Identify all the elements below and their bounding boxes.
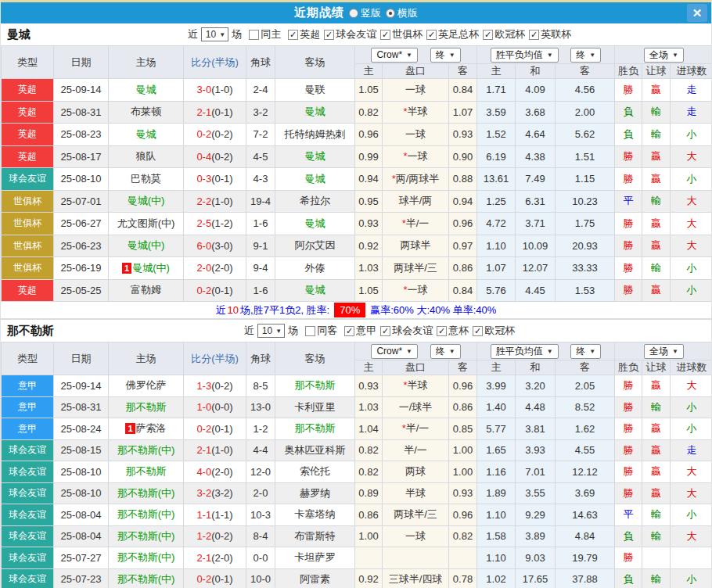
result-goals bbox=[671, 547, 712, 569]
league-checkbox-欧冠杯[interactable]: ✓欧冠杯 bbox=[483, 27, 525, 41]
summary-record: 场,胜7平1负2, 胜率: bbox=[240, 303, 329, 317]
handicap-line-text: 两球半/三 bbox=[394, 508, 437, 520]
result-goals: 小 bbox=[671, 568, 712, 588]
odds-home: 1.52 bbox=[477, 124, 516, 146]
layout-radio-vertical[interactable]: 竖版 bbox=[349, 6, 381, 20]
radio-selected-icon[interactable] bbox=[386, 9, 395, 18]
checkbox-checked-icon[interactable]: ✓ bbox=[473, 326, 483, 336]
result-group-header: 全场▼ bbox=[615, 46, 712, 64]
home-team-name: 那不勒斯(中) bbox=[117, 530, 175, 542]
home-team-name: 曼城 bbox=[136, 84, 156, 95]
result-handicap: 贏 bbox=[642, 439, 671, 461]
result-winloss: 平 bbox=[615, 190, 642, 213]
same-home-checkbox[interactable]: 同主 bbox=[249, 27, 281, 41]
same-away-checkbox[interactable]: 同客 bbox=[305, 324, 337, 338]
bookmaker-select[interactable]: Crow*▼ bbox=[371, 48, 418, 63]
handicap-home-odds: 0.82 bbox=[355, 461, 383, 483]
league-checkbox-英足总杯[interactable]: ✓英足总杯 bbox=[426, 27, 479, 41]
col-score[interactable]: 比分(半场) bbox=[184, 342, 246, 375]
handicap-line: 两球半/三 bbox=[383, 504, 449, 526]
odds-avg-select[interactable]: 胜平负均值▼ bbox=[491, 344, 559, 359]
checkbox-unchecked-icon[interactable] bbox=[249, 30, 259, 40]
match-row: 英超25-08-31布莱顿2-1(0-1)3-2曼城0.82*半球1.073.5… bbox=[2, 101, 712, 124]
fulltime-score: 0-2 bbox=[196, 423, 211, 435]
checkbox-unchecked-icon[interactable] bbox=[305, 326, 315, 336]
checkbox-checked-icon[interactable]: ✓ bbox=[380, 30, 390, 40]
corner-count: 10-3 bbox=[246, 504, 275, 526]
league-checkbox-意杯[interactable]: ✓意杯 bbox=[437, 324, 469, 338]
match-date: 25-08-15 bbox=[54, 439, 109, 461]
score: 2-1(1-0) bbox=[184, 439, 246, 461]
handicap-group-header: Crow*▼ 终▼ bbox=[355, 46, 477, 64]
handicap-home-odds: 0.82 bbox=[355, 439, 383, 461]
handicap-stage-select[interactable]: 终▼ bbox=[430, 344, 461, 359]
away-team: 曼城 bbox=[275, 168, 355, 191]
league-label: 意甲 bbox=[356, 324, 376, 338]
league-checkbox-球会友谊[interactable]: ✓球会友谊 bbox=[380, 324, 433, 338]
near-label: 近 bbox=[188, 27, 198, 41]
odds-away: 1.15 bbox=[556, 168, 615, 191]
col-score[interactable]: 比分(半场) bbox=[184, 46, 246, 79]
away-team: 曼城 bbox=[275, 145, 355, 168]
recent-count-select[interactable]: 10 ▼ bbox=[257, 324, 285, 338]
chevron-down-icon: ▼ bbox=[547, 52, 553, 59]
league-label: 意杯 bbox=[448, 324, 469, 338]
checkbox-checked-icon[interactable]: ✓ bbox=[426, 30, 437, 40]
scope-select[interactable]: 全场▼ bbox=[644, 344, 684, 359]
fulltime-score: 2-1 bbox=[196, 106, 211, 118]
handicap-stage-select[interactable]: 终▼ bbox=[430, 48, 461, 63]
odds-away: 2.00 bbox=[556, 101, 615, 124]
recent-results-window: 近期战绩 竖版 横版 ✕ 曼城 近 10 ▼ 场 同主 ✓英超 bbox=[0, 0, 712, 588]
match-type-badge: 意甲 bbox=[2, 375, 54, 397]
odds-away: 1.53 bbox=[556, 279, 615, 302]
recent-count-select[interactable]: 10 ▼ bbox=[201, 27, 228, 41]
odds-stage-select[interactable]: 终▼ bbox=[570, 344, 601, 359]
match-type-badge: 意甲 bbox=[2, 396, 54, 418]
scope-select[interactable]: 全场▼ bbox=[644, 48, 684, 63]
result-winloss: 勝 bbox=[615, 79, 642, 102]
result-handicap: 輸 bbox=[642, 504, 671, 526]
home-team: 那不勒斯 bbox=[109, 396, 184, 418]
result-winloss: 勝 bbox=[615, 375, 642, 397]
close-button[interactable]: ✕ bbox=[687, 4, 707, 22]
odds-away: 14.63 bbox=[556, 504, 615, 526]
handicap-line: 球半/两 bbox=[383, 190, 449, 213]
league-checkbox-意甲[interactable]: ✓意甲 bbox=[344, 324, 376, 338]
corner-count: 0-0 bbox=[246, 547, 275, 569]
odds-away: 10.23 bbox=[556, 190, 615, 213]
checkbox-checked-icon[interactable]: ✓ bbox=[437, 326, 447, 336]
halftime-score: (2-0) bbox=[211, 466, 232, 478]
checkbox-checked-icon[interactable]: ✓ bbox=[288, 30, 298, 40]
odds-home: 13.61 bbox=[477, 168, 516, 191]
league-checkbox-球会友谊[interactable]: ✓球会友谊 bbox=[324, 27, 376, 41]
league-checkbox-英超[interactable]: ✓英超 bbox=[288, 27, 320, 41]
league-checkbox-欧冠杯[interactable]: ✓欧冠杯 bbox=[473, 324, 515, 338]
handicap-home-odds: 1.05 bbox=[355, 79, 383, 102]
layout-radio-horizontal[interactable]: 横版 bbox=[386, 6, 418, 20]
checkbox-checked-icon[interactable]: ✓ bbox=[344, 326, 354, 336]
league-label: 欧冠杯 bbox=[494, 27, 525, 41]
halftime-score: (0-1) bbox=[211, 106, 232, 118]
fulltime-score: 2-5 bbox=[196, 217, 211, 229]
checkbox-checked-icon[interactable]: ✓ bbox=[380, 326, 390, 336]
radio-unselected-icon[interactable] bbox=[349, 9, 358, 18]
league-filters: ✓英超✓球会友谊✓世俱杯✓英足总杯✓欧冠杯✓英联杯 bbox=[284, 27, 571, 41]
bookmaker-select[interactable]: Crow*▼ bbox=[371, 344, 418, 359]
handicap-stage-value: 终 bbox=[436, 48, 445, 62]
handicap-home-odds: 1.03 bbox=[355, 257, 383, 280]
league-checkbox-英联杯[interactable]: ✓英联杯 bbox=[529, 27, 571, 41]
odds-away: 5.62 bbox=[556, 124, 615, 146]
odds-stage-select[interactable]: 终▼ bbox=[570, 48, 601, 63]
score: 1-0(0-0) bbox=[184, 396, 246, 418]
odds-avg-select[interactable]: 胜平负均值▼ bbox=[491, 48, 559, 63]
handicap-line: *半球 bbox=[383, 375, 449, 397]
league-checkbox-世俱杯[interactable]: ✓世俱杯 bbox=[380, 27, 423, 41]
match-type-badge: 球会友谊 bbox=[2, 504, 54, 526]
match-row: 意甲25-08-241萨索洛0-2(0-1)1-2那不勒斯1.04*半/一0.8… bbox=[2, 418, 712, 440]
checkbox-checked-icon[interactable]: ✓ bbox=[529, 30, 539, 40]
handicap-line: *两/两球半 bbox=[383, 168, 449, 191]
checkbox-checked-icon[interactable]: ✓ bbox=[483, 30, 493, 40]
checkbox-checked-icon[interactable]: ✓ bbox=[324, 30, 334, 40]
handicap-line: 两球 bbox=[383, 461, 449, 483]
halftime-score: (1-2) bbox=[211, 217, 232, 229]
